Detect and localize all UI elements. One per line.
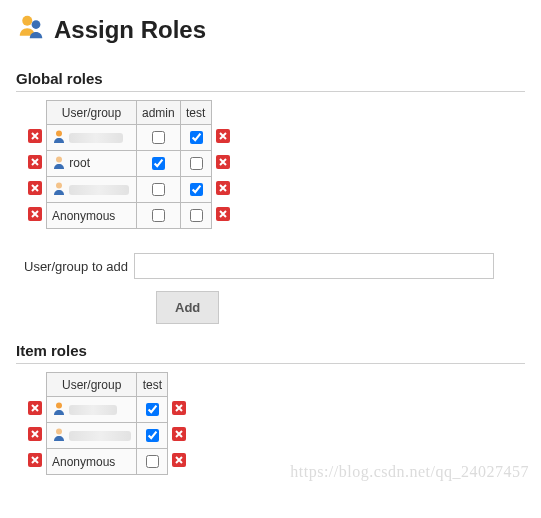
add-button[interactable]: Add [156,291,219,324]
checkbox-test[interactable] [146,455,159,468]
table-row [24,397,190,423]
delete-icon[interactable] [28,129,42,146]
svg-point-0 [22,16,32,26]
svg-point-3 [56,131,62,137]
global-roles-heading: Global roles [16,70,525,92]
delete-icon[interactable] [216,129,230,146]
page-title-text: Assign Roles [54,16,206,44]
page-title: Assign Roles [16,12,525,48]
delete-icon[interactable] [28,401,42,418]
col-test: test [180,101,211,125]
add-user-input[interactable] [134,253,494,279]
user-name-blurred [69,431,131,441]
col-test: test [137,373,168,397]
svg-point-17 [56,429,62,435]
table-row [24,177,234,203]
delete-icon[interactable] [28,155,42,172]
add-user-label: User/group to add [24,259,128,274]
user-name-blurred [69,133,123,143]
checkbox-test[interactable] [190,209,203,222]
col-user-group: User/group [47,373,137,397]
checkbox-admin[interactable] [152,157,165,170]
delete-icon[interactable] [216,181,230,198]
svg-point-14 [56,403,62,409]
user-name: Anonymous [52,209,115,223]
user-male-icon [52,181,66,198]
user-male-icon [52,155,66,172]
add-user-row: User/group to add [24,253,525,279]
user-name: Anonymous [52,455,115,469]
user-female-icon [52,401,66,418]
user-name: root [69,156,90,170]
checkbox-admin[interactable] [152,131,165,144]
svg-point-1 [32,20,41,29]
table-row [24,125,234,151]
col-admin: admin [137,101,181,125]
checkbox-test[interactable] [190,183,203,196]
svg-point-9 [56,183,62,189]
delete-icon[interactable] [28,453,42,470]
delete-icon[interactable] [28,181,42,198]
table-row: root [24,151,234,177]
user-female-icon [52,129,66,146]
user-name-blurred [69,185,129,195]
users-icon [16,12,46,48]
checkbox-test[interactable] [146,429,159,442]
delete-icon[interactable] [216,155,230,172]
delete-icon[interactable] [28,427,42,444]
delete-icon[interactable] [172,401,186,418]
table-row: Anonymous [24,449,190,475]
item-roles-table: User/group test Anonymous [24,372,190,475]
global-roles-table: User/group admin test root [24,100,234,229]
checkbox-test[interactable] [190,157,203,170]
svg-point-6 [56,157,62,163]
delete-icon[interactable] [172,453,186,470]
checkbox-admin[interactable] [152,209,165,222]
table-row [24,423,190,449]
user-name-blurred [69,405,117,415]
delete-icon[interactable] [28,207,42,224]
watermark: https://blog.csdn.net/qq_24027457 [290,463,529,481]
user-male-icon [52,427,66,444]
item-roles-heading: Item roles [16,342,525,364]
checkbox-test[interactable] [146,403,159,416]
checkbox-test[interactable] [190,131,203,144]
table-row: Anonymous [24,203,234,229]
delete-icon[interactable] [172,427,186,444]
checkbox-admin[interactable] [152,183,165,196]
delete-icon[interactable] [216,207,230,224]
col-user-group: User/group [47,101,137,125]
